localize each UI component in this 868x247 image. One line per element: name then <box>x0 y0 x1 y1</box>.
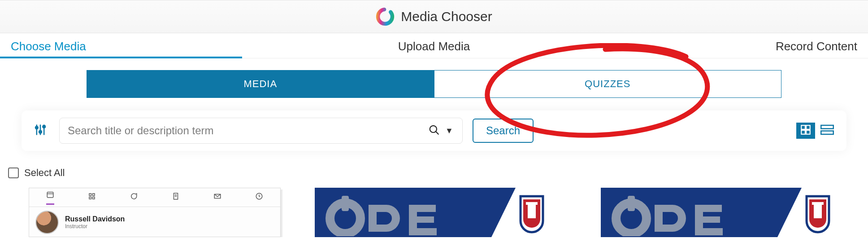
sliders-icon <box>34 124 47 138</box>
user-role: Instructor <box>65 223 125 229</box>
search-panel: ▼ Search <box>22 110 846 151</box>
user-avatar-icon <box>35 211 59 234</box>
subtab-media-label: MEDIA <box>243 78 277 90</box>
doc-icon <box>172 192 180 203</box>
ode-logo-icon <box>324 188 440 237</box>
grid-icon <box>800 124 812 137</box>
clock-icon <box>255 192 263 203</box>
tab-choose-media[interactable]: Choose Media <box>11 40 293 58</box>
svg-rect-10 <box>806 125 810 129</box>
svg-rect-27 <box>342 196 349 211</box>
search-input-container: ▼ <box>59 118 463 144</box>
svg-rect-29 <box>526 202 538 205</box>
media-thumbnail-preview <box>315 188 572 237</box>
chat-icon <box>130 192 138 203</box>
preview-toolbar <box>29 188 280 207</box>
media-grid: Russell Davidson Instructor <box>29 188 868 237</box>
main-nav: Choose Media Upload Media Record Content <box>0 33 868 58</box>
app-logo-icon <box>376 7 395 26</box>
search-input[interactable] <box>68 124 424 137</box>
svg-rect-12 <box>806 130 810 134</box>
subtab-quizzes[interactable]: QUIZZES <box>434 71 781 97</box>
svg-rect-33 <box>812 202 824 205</box>
ode-logo-icon <box>610 188 726 237</box>
tab-upload-media-label: Upload Media <box>398 40 470 53</box>
grid-view-button[interactable] <box>796 123 815 139</box>
user-info: Russell Davidson Instructor <box>65 215 125 229</box>
list-view-button[interactable] <box>818 123 837 139</box>
list-icon <box>820 124 834 137</box>
svg-rect-28 <box>528 203 536 218</box>
media-item[interactable] <box>315 188 572 237</box>
mail-icon <box>213 192 221 203</box>
svg-line-8 <box>436 132 438 134</box>
media-thumbnail-preview <box>601 188 858 237</box>
tab-record-content-label: Record Content <box>776 40 857 53</box>
svg-rect-9 <box>801 125 805 129</box>
svg-point-2 <box>35 127 38 129</box>
search-icon <box>428 124 440 137</box>
svg-rect-15 <box>47 192 53 197</box>
media-item[interactable] <box>601 188 858 237</box>
calendar-icon <box>46 190 54 205</box>
subtab-toggle-wrap: MEDIA QUIZZES <box>0 70 868 98</box>
media-thumbnail-preview: Russell Davidson Instructor <box>29 188 281 237</box>
user-name: Russell Davidson <box>65 215 125 223</box>
svg-point-0 <box>376 7 395 26</box>
brand-crest-icon <box>777 188 858 237</box>
svg-rect-32 <box>814 203 822 218</box>
svg-rect-11 <box>801 130 805 134</box>
svg-rect-13 <box>821 125 833 129</box>
select-all-label: Select All <box>24 167 65 179</box>
svg-rect-19 <box>89 197 91 199</box>
search-button-label: Search <box>486 124 520 137</box>
search-button[interactable]: Search <box>473 119 534 143</box>
tab-record-content[interactable]: Record Content <box>575 40 857 58</box>
subtab-media[interactable]: MEDIA <box>87 71 434 97</box>
svg-rect-14 <box>821 131 833 135</box>
titlebar: Media Chooser <box>0 0 868 33</box>
svg-rect-31 <box>628 196 635 211</box>
svg-point-6 <box>43 125 45 128</box>
subtab-quizzes-label: QUIZZES <box>585 78 630 90</box>
active-tab-underline <box>0 57 242 58</box>
view-toggle <box>796 123 837 139</box>
svg-point-4 <box>39 131 42 133</box>
brand-crest-icon <box>491 188 572 237</box>
grid-small-icon <box>88 192 96 203</box>
svg-rect-20 <box>92 197 95 199</box>
search-options-dropdown[interactable]: ▼ <box>444 126 454 136</box>
tab-upload-media[interactable]: Upload Media <box>293 40 575 58</box>
select-all-checkbox[interactable] <box>8 168 19 178</box>
media-item[interactable]: Russell Davidson Instructor <box>29 188 286 237</box>
tab-choose-media-label: Choose Media <box>11 40 86 53</box>
svg-rect-18 <box>92 194 95 196</box>
app-title: Media Chooser <box>401 9 492 24</box>
subtab-toggle: MEDIA QUIZZES <box>87 70 781 98</box>
svg-rect-17 <box>89 194 91 196</box>
select-all-row: Select All <box>8 167 868 179</box>
filter-button[interactable] <box>31 122 49 140</box>
